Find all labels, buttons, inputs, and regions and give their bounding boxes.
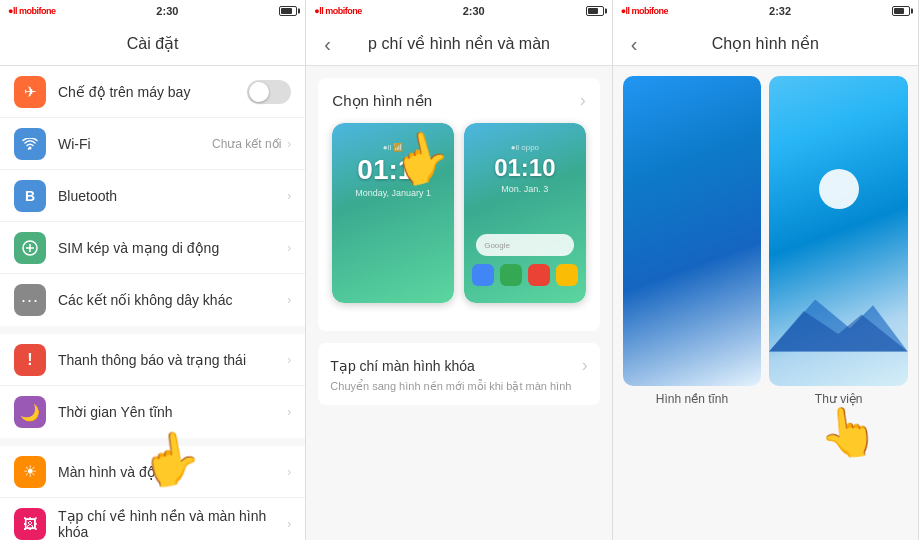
- settings-section-display: ☀ Màn hình và độ › 🖼 Tạp chí về hình nền…: [0, 446, 305, 540]
- locked-screen-preview: ●ll 📶 01:10 Monday, January 1: [332, 123, 454, 303]
- wifi-value: Chưa kết nối: [212, 137, 281, 151]
- notification-icon: !: [14, 344, 46, 376]
- carrier-logo-1: ●ll mobifone: [8, 6, 55, 16]
- mock-time-1: 01:10: [357, 154, 429, 186]
- battery-fill-2: [588, 8, 599, 14]
- wallpaper-chevron: ›: [287, 517, 291, 531]
- battery-fill-3: [894, 8, 905, 14]
- static-wallpaper-label: Hình nền tĩnh: [623, 392, 762, 406]
- mock-app-2: [500, 264, 522, 286]
- sim-label: SIM kép và mạng di động: [58, 240, 287, 256]
- connections-label: Các kết nối không dây khác: [58, 292, 287, 308]
- wallpaper-grid: Hình nền tĩnh Thư viện: [613, 66, 918, 406]
- locked-mockup: ●ll 📶 01:10 Monday, January 1: [332, 123, 454, 303]
- connections-chevron: ›: [287, 293, 291, 307]
- bluetooth-chevron: ›: [287, 189, 291, 203]
- settings-item-bluetooth[interactable]: B Bluetooth ›: [0, 170, 305, 222]
- magazine-title-row: Tạp chí màn hình khóa ›: [330, 355, 587, 376]
- magazine-section[interactable]: Tạp chí màn hình khóa › Chuyển sang hình…: [318, 343, 599, 405]
- choose-wallpaper-title: Chọn hình nền: [712, 34, 819, 53]
- choose-wallpaper-section[interactable]: Chọn hình nền › ●ll 📶 01:10 Monday, Janu…: [318, 78, 599, 331]
- choose-wallpaper-chevron: ›: [580, 90, 586, 111]
- status-right-3: [892, 6, 910, 16]
- settings-header: Cài đặt: [0, 22, 305, 66]
- airplane-label: Chế độ trên máy bay: [58, 84, 247, 100]
- notification-label: Thanh thông báo và trạng thái: [58, 352, 287, 368]
- status-right-1: [279, 6, 297, 16]
- settings-item-wallpaper[interactable]: 🖼 Tạp chí về hình nền và màn hình khóa ›: [0, 498, 305, 540]
- static-wallpaper-col: Hình nền tĩnh: [623, 76, 762, 406]
- settings-panel: ●ll mobifone 2:30 Cài đặt ✈ Chế độ trên …: [0, 0, 306, 540]
- carrier-logo-3: ●ll mobifone: [621, 6, 668, 16]
- mock-search-bar: Google: [476, 234, 573, 256]
- mock-date-2: Mon. Jan. 3: [501, 184, 548, 194]
- wifi-label: Wi-Fi: [58, 136, 212, 152]
- settings-item-airplane[interactable]: ✈ Chế độ trên máy bay: [0, 66, 305, 118]
- magazine-chevron: ›: [582, 355, 588, 376]
- bluetooth-label: Bluetooth: [58, 188, 287, 204]
- settings-title: Cài đặt: [127, 34, 179, 53]
- battery-fill-1: [281, 8, 292, 14]
- status-left-3: ●ll mobifone: [621, 6, 668, 16]
- home-screen-preview: ●ll oppo 01:10 Mon. Jan. 3 Google: [464, 123, 586, 303]
- choose-wallpaper-panel: ●ll mobifone 2:32 ‹ Chọn hình nền Hình n…: [613, 0, 919, 540]
- mock-status-2: ●ll oppo: [511, 143, 539, 152]
- status-left-2: ●ll mobifone: [314, 6, 361, 16]
- quiet-label: Thời gian Yên tĩnh: [58, 404, 287, 420]
- bluetooth-icon: B: [14, 180, 46, 212]
- google-text: Google: [484, 241, 510, 250]
- airplane-toggle[interactable]: [247, 80, 291, 104]
- choose-wallpaper-header: ‹ Chọn hình nền: [613, 22, 918, 66]
- status-time-2: 2:30: [463, 5, 485, 17]
- status-right-2: [586, 6, 604, 16]
- wallpaper-previews: ●ll 📶 01:10 Monday, January 1 ●ll oppo 0…: [332, 123, 585, 303]
- settings-item-connections[interactable]: ··· Các kết nối không dây khác ›: [0, 274, 305, 326]
- wallpaper-settings-panel: ●ll mobifone 2:30 ‹ p chí về hình nền và…: [306, 0, 612, 540]
- settings-section-connectivity: ✈ Chế độ trên máy bay Wi-Fi: [0, 66, 305, 326]
- mock-date-1: Monday, January 1: [355, 188, 431, 198]
- back-button-2[interactable]: ‹: [316, 28, 339, 59]
- status-time-1: 2:30: [156, 5, 178, 17]
- settings-section-notifications: ! Thanh thông báo và trạng thái › 🌙 Thời…: [0, 334, 305, 438]
- mock-status: ●ll 📶: [383, 143, 404, 152]
- back-button-3[interactable]: ‹: [623, 28, 646, 59]
- library-wallpaper-col: Thư viện: [769, 76, 908, 406]
- wifi-chevron: ›: [287, 137, 291, 151]
- notification-chevron: ›: [287, 353, 291, 367]
- mock-app-1: [472, 264, 494, 286]
- display-icon: ☀: [14, 456, 46, 488]
- library-wallpaper-label: Thư viện: [769, 392, 908, 406]
- mock-app-3: [528, 264, 550, 286]
- static-wallpaper-preview[interactable]: [623, 76, 762, 386]
- mock-apps: [472, 264, 578, 286]
- connections-icon: ···: [14, 284, 46, 316]
- settings-item-wifi[interactable]: Wi-Fi Chưa kết nối ›: [0, 118, 305, 170]
- settings-item-notification[interactable]: ! Thanh thông báo và trạng thái ›: [0, 334, 305, 386]
- status-bar-1: ●ll mobifone 2:30: [0, 0, 305, 22]
- status-left-1: ●ll mobifone: [8, 6, 55, 16]
- settings-item-sim[interactable]: SIM kép và mạng di động ›: [0, 222, 305, 274]
- wallpaper-icon: 🖼: [14, 508, 46, 540]
- wallpaper-label: Tạp chí về hình nền và màn hình khóa: [58, 508, 287, 540]
- toggle-knob: [249, 82, 269, 102]
- wifi-icon: [14, 128, 46, 160]
- choose-wallpaper-label: Chọn hình nền: [332, 92, 432, 110]
- display-chevron: ›: [287, 465, 291, 479]
- quiet-icon: 🌙: [14, 396, 46, 428]
- library-wallpaper-preview[interactable]: [769, 76, 908, 386]
- hand-cursor-3: 👆: [816, 401, 881, 462]
- choose-wallpaper-header: Chọn hình nền ›: [332, 90, 585, 111]
- sim-icon: [14, 232, 46, 264]
- carrier-logo-2: ●ll mobifone: [314, 6, 361, 16]
- status-bar-2: ●ll mobifone 2:30: [306, 0, 611, 22]
- mock-app-4: [556, 264, 578, 286]
- settings-list: ✈ Chế độ trên máy bay Wi-Fi: [0, 66, 305, 540]
- status-bar-3: ●ll mobifone 2:32: [613, 0, 918, 22]
- display-label: Màn hình và độ: [58, 464, 287, 480]
- battery-icon-2: [586, 6, 604, 16]
- svg-point-0: [29, 146, 32, 149]
- settings-item-display[interactable]: ☀ Màn hình và độ ›: [0, 446, 305, 498]
- magazine-desc: Chuyển sang hình nền mới mỗi khi bật màn…: [330, 380, 587, 393]
- settings-item-quiet[interactable]: 🌙 Thời gian Yên tĩnh ›: [0, 386, 305, 438]
- panel2-content: Chọn hình nền › ●ll 📶 01:10 Monday, Janu…: [306, 66, 611, 540]
